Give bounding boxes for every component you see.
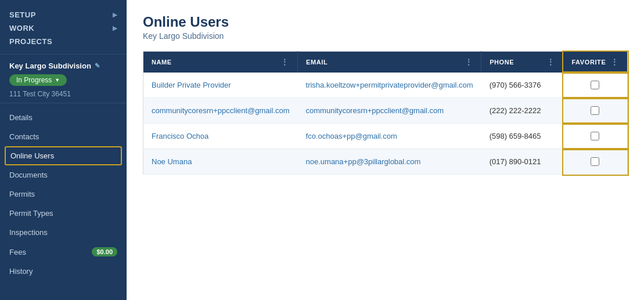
fees-badge: $0.00 [92,247,117,256]
project-section: Key Largo Subdivision ✎ In Progress ▼ 11… [0,55,127,103]
sidebar-item-permit-types[interactable]: Permit Types [0,204,127,223]
user-name-link-1[interactable]: communitycoresrn+ppcclient@gmail.com [152,106,290,115]
history-label: History [9,267,33,276]
top-nav: SETUP ▶ WORK ▶ PROJECTS [0,0,127,55]
col-header-email: EMAIL ⋮ [298,52,481,73]
setup-nav-label: SETUP [9,10,36,19]
fees-label: Fees [9,248,26,256]
cell-name-3: Noe Umana [143,149,298,175]
status-badge[interactable]: In Progress ▼ [9,74,67,86]
details-label: Details [9,113,33,122]
projects-nav-label: PROJECTS [9,37,52,46]
cell-name-0: Builder Private Provider [143,73,298,98]
page-title: Online Users [143,14,628,30]
sidebar-item-permits[interactable]: Permits [0,185,127,204]
sidebar-item-contacts[interactable]: Contacts [0,127,127,146]
cell-favorite-3 [563,149,628,175]
user-email-link-1[interactable]: communitycoresrn+ppcclient@gmail.com [306,106,444,115]
sidebar-item-documents[interactable]: Documents [0,165,127,185]
sidebar: SETUP ▶ WORK ▶ PROJECTS Key Largo Subdiv… [0,0,127,300]
user-email-link-0[interactable]: trisha.koeltzow+permitprivateprovider@gm… [306,81,473,89]
setup-arrow-icon: ▶ [113,12,118,18]
page-subtitle: Key Largo Subdivision [143,31,628,41]
sidebar-item-online-users[interactable]: Online Users [5,146,122,165]
favorite-checkbox-1[interactable] [591,106,599,115]
sidebar-item-fees[interactable]: Fees $0.00 [0,242,127,262]
work-arrow-icon: ▶ [113,25,118,31]
online-users-table: NAME ⋮ EMAIL ⋮ PHONE ⋮ [143,51,628,175]
table-header: NAME ⋮ EMAIL ⋮ PHONE ⋮ [143,52,628,73]
table-row: Francisco Ochoa fco.ochoas+pp@gmail.com … [143,124,628,149]
permits-label: Permits [9,190,35,198]
cell-email-3: noe.umana+pp@3pillarglobal.com [298,149,481,175]
phone-col-menu-icon[interactable]: ⋮ [546,57,555,67]
cell-favorite-1 [563,98,628,124]
cell-favorite-0 [563,73,628,98]
cell-name-2: Francisco Ochoa [143,124,298,149]
sidebar-item-inspections[interactable]: Inspections [0,223,127,242]
cell-phone-1: (222) 222-2222 [481,98,563,124]
contacts-label: Contacts [9,132,39,141]
cell-phone-3: (017) 890-0121 [481,149,563,175]
user-name-link-2[interactable]: Francisco Ochoa [152,132,208,140]
favorite-checkbox-3[interactable] [591,157,599,166]
cell-email-0: trisha.koeltzow+permitprivateprovider@gm… [298,73,481,98]
table-row: Noe Umana noe.umana+pp@3pillarglobal.com… [143,149,628,175]
setup-nav-item[interactable]: SETUP ▶ [9,8,117,21]
permit-types-label: Permit Types [9,209,53,218]
project-address: 111 Test City 36451 [9,90,117,98]
online-users-label: Online Users [10,151,54,160]
email-col-menu-icon[interactable]: ⋮ [465,57,473,67]
sidebar-item-history[interactable]: History [0,262,127,281]
cell-name-1: communitycoresrn+ppcclient@gmail.com [143,98,298,124]
cell-phone-2: (598) 659-8465 [481,124,563,149]
table-row: communitycoresrn+ppcclient@gmail.com com… [143,98,628,124]
favorite-checkbox-2[interactable] [591,132,599,140]
favorite-checkbox-0[interactable] [591,81,599,89]
name-col-menu-icon[interactable]: ⋮ [280,57,289,67]
status-caret-icon: ▼ [55,77,60,83]
cell-favorite-2 [563,124,628,149]
inspections-label: Inspections [9,228,48,237]
projects-nav-item[interactable]: PROJECTS [9,35,117,48]
table-row: Builder Private Provider trisha.koeltzow… [143,73,628,98]
cell-email-1: communitycoresrn+ppcclient@gmail.com [298,98,481,124]
work-nav-label: WORK [9,24,34,32]
user-name-link-0[interactable]: Builder Private Provider [152,81,231,89]
cell-phone-0: (970) 566-3376 [481,73,563,98]
user-email-link-3[interactable]: noe.umana+pp@3pillarglobal.com [306,157,421,166]
project-name: Key Largo Subdivision ✎ [9,62,117,70]
user-name-link-3[interactable]: Noe Umana [152,157,192,166]
col-header-phone: PHONE ⋮ [481,52,563,73]
documents-label: Documents [9,171,48,179]
work-nav-item[interactable]: WORK ▶ [9,21,117,35]
col-header-name: NAME ⋮ [143,52,298,73]
sidebar-item-details[interactable]: Details [0,108,127,127]
table-body: Builder Private Provider trisha.koeltzow… [143,73,628,175]
col-header-favorite: FAVORITE ⋮ [563,52,628,73]
sidebar-menu: Details Contacts Online Users Documents … [0,103,127,300]
favorite-col-menu-icon[interactable]: ⋮ [610,57,619,67]
cell-email-2: fco.ochoas+pp@gmail.com [298,124,481,149]
main-content: Online Users Key Largo Subdivision NAME … [127,0,644,300]
edit-project-icon[interactable]: ✎ [95,62,100,70]
user-email-link-2[interactable]: fco.ochoas+pp@gmail.com [306,132,397,140]
